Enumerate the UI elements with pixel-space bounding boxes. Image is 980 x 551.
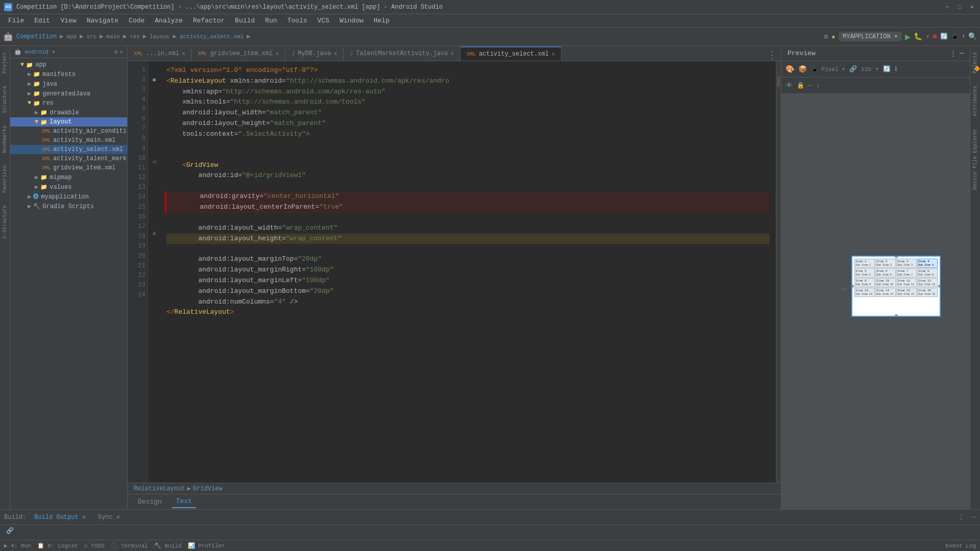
bookmarks-label[interactable]: Bookmarks xyxy=(0,123,10,155)
menu-navigate[interactable]: Navigate xyxy=(83,16,122,26)
sidebar-close[interactable]: ✕ xyxy=(119,48,123,55)
tree-item-res[interactable]: ▼ 📁 res xyxy=(10,98,127,108)
palette-icon[interactable]: 🎨 xyxy=(786,65,794,73)
tab-design[interactable]: Design xyxy=(134,496,166,508)
info-icon[interactable]: ℹ xyxy=(895,65,897,73)
tree-item-activity-main[interactable]: XML activity_main.xml xyxy=(10,136,127,145)
tab-sync[interactable]: Sync ✕ xyxy=(94,512,124,522)
menu-help[interactable]: Help xyxy=(370,16,394,26)
menu-build[interactable]: Build xyxy=(231,16,259,26)
tab-text[interactable]: Text xyxy=(172,495,196,508)
zoom-in[interactable]: + xyxy=(875,66,879,73)
project-label[interactable]: Project xyxy=(0,50,10,76)
android-dropdown[interactable]: 🤖 Android ▾ xyxy=(14,48,55,55)
tree-item-activity-air[interactable]: XML activity_air_conditioner.x... xyxy=(10,127,127,136)
tree-item-activity-select[interactable]: XML activity_select.xml xyxy=(10,145,127,154)
close-tab-main[interactable]: ✕ xyxy=(182,51,185,57)
preview-view-toolbar: 👁 🔒 ↔ ↕ xyxy=(781,78,970,94)
tab-activity-select[interactable]: XML activity_select.xml ✕ xyxy=(460,46,561,61)
tab-gridview-item[interactable]: XML gridview_item.xml ✕ xyxy=(192,46,285,61)
close-tab-select[interactable]: ✕ xyxy=(552,51,555,57)
fold-icon-10[interactable]: ◁ xyxy=(153,158,156,167)
preview-width-icon[interactable]: ↔ xyxy=(808,82,812,89)
preview-restrict-icon[interactable]: 🔒 xyxy=(797,82,804,89)
menu-vcs[interactable]: VCS xyxy=(313,16,333,26)
search-button[interactable]: 🔍 xyxy=(968,32,977,41)
scroll-indicator[interactable] xyxy=(776,61,781,483)
menu-run[interactable]: Run xyxy=(261,16,281,26)
preview-menu[interactable]: ⋮ xyxy=(950,49,957,58)
menu-window[interactable]: Window xyxy=(335,16,368,26)
run-config[interactable]: MYAPPLICATION ▾ xyxy=(839,32,902,41)
tree-item-app[interactable]: ▼ 📁 app xyxy=(10,60,127,69)
tree-item-myapplication[interactable]: ▶ 🅐 myapplication xyxy=(10,192,127,202)
structure-label[interactable]: Structure xyxy=(0,84,10,115)
build-panel-minimize[interactable]: ─ xyxy=(972,514,976,521)
toolbar-android-icon: 🤖 xyxy=(3,32,13,42)
menu-code[interactable]: Code xyxy=(125,16,149,26)
toolbar-project-name[interactable]: Competition xyxy=(16,33,57,40)
tab-mydb[interactable]: J MyDB.java ✕ xyxy=(285,46,344,61)
toolbar-icon-1[interactable]: ⚙ xyxy=(824,32,828,41)
preview-eye-icon[interactable]: 👁 xyxy=(786,82,793,90)
preview-minimize[interactable]: ─ xyxy=(960,49,964,58)
status-profiler[interactable]: 📊 Profiler xyxy=(188,542,225,549)
device-label[interactable]: Device File Explorer xyxy=(970,127,980,192)
run-button[interactable]: ▶ xyxy=(905,31,911,42)
favorites-label[interactable]: Favorites xyxy=(0,163,10,195)
tree-item-gridview-item[interactable]: XML gridview_item.xml xyxy=(10,163,127,172)
status-build[interactable]: 🔨 Build xyxy=(154,542,182,549)
menu-file[interactable]: File xyxy=(4,16,28,26)
menu-view[interactable]: View xyxy=(56,16,80,26)
tab-overflow[interactable]: ⋮ xyxy=(764,49,781,61)
tree-item-activity-talent[interactable]: XML activity_talent_market.x... xyxy=(10,154,127,163)
minimize-button[interactable]: ─ xyxy=(943,3,951,11)
status-event-log[interactable]: Event Log xyxy=(946,543,976,549)
debug-button[interactable]: 🐛 xyxy=(914,32,922,41)
toolbar-icon-2[interactable]: ★ xyxy=(831,32,836,41)
close-tab-gridview[interactable]: ✕ xyxy=(276,51,279,57)
tree-item-values[interactable]: ▶ 📁 values xyxy=(10,182,127,192)
close-button[interactable]: ✕ xyxy=(968,3,976,11)
sync-button[interactable]: 🔄 xyxy=(940,33,948,40)
sidebar: 🤖 Android ▾ ⚙ ✕ ▼ 📁 app ▶ 📁 manifests ▶ … xyxy=(10,46,128,509)
profile-button[interactable]: ⚡ xyxy=(925,32,929,41)
component-icon[interactable]: 📦 xyxy=(798,65,807,73)
refresh-icon[interactable]: 🔄 xyxy=(883,65,891,73)
close-tab-talent[interactable]: ✕ xyxy=(451,51,454,57)
sdk-button[interactable]: ⬇ xyxy=(962,33,965,40)
palette-label[interactable]: Palette xyxy=(970,50,980,76)
menu-tools[interactable]: Tools xyxy=(283,16,311,26)
tree-item-mipmap[interactable]: ▶ 📁 mipmap xyxy=(10,172,127,182)
tree-item-java[interactable]: ▶ 📁 java xyxy=(10,79,127,89)
tree-item-gradle[interactable]: ▶ 🔨 Gradle Scripts xyxy=(10,202,127,211)
menu-refactor[interactable]: Refactor xyxy=(189,16,229,26)
stop-button[interactable]: ■ xyxy=(933,33,937,41)
maximize-button[interactable]: □ xyxy=(955,3,964,11)
preview-height-icon[interactable]: ↕ xyxy=(816,82,820,89)
tab-main-xml[interactable]: XML ...in.xml ✕ xyxy=(128,46,192,61)
status-logcat[interactable]: 📋 6: Logcat xyxy=(37,542,78,549)
tab-talent[interactable]: J TalentMarketActivity.java ✕ xyxy=(344,46,460,61)
status-todo[interactable]: ☑ TODO xyxy=(84,542,105,549)
tab-build-output[interactable]: Build Output ✕ xyxy=(30,512,90,522)
menu-edit[interactable]: Edit xyxy=(30,16,54,26)
device-dropdown[interactable]: 📱 Pixel ▾ xyxy=(811,66,845,72)
tree-item-manifests[interactable]: ▶ 📁 manifests xyxy=(10,69,127,79)
status-terminal[interactable]: ⬛ Terminal xyxy=(111,542,148,549)
tree-item-layout[interactable]: ▼ 📁 layout xyxy=(10,117,127,127)
attributes-label[interactable]: Attributes xyxy=(970,84,980,118)
tree-item-generated-java[interactable]: ▶ 📁 generatedJava xyxy=(10,89,127,98)
close-tab-mydb[interactable]: ✕ xyxy=(334,51,337,57)
breadcrumb-grid-view[interactable]: GridView xyxy=(193,485,223,492)
tree-item-drawable[interactable]: ▶ 📁 drawable xyxy=(10,108,127,117)
z-structure-label[interactable]: Z-Structure xyxy=(0,203,10,241)
build-panel-close[interactable]: ⋮ xyxy=(958,513,964,521)
status-run[interactable]: ▶ 4: Run xyxy=(4,542,31,549)
link-icon[interactable]: 🔗 xyxy=(849,65,857,73)
code-editor[interactable]: <?xml version="1.0" encoding="utf-8"?>🔶 … xyxy=(160,61,776,483)
sidebar-settings[interactable]: ⚙ xyxy=(114,48,118,55)
breadcrumb-relative-layout[interactable]: RelativeLayout xyxy=(134,485,185,492)
menu-analyze[interactable]: Analyze xyxy=(151,16,187,26)
avd-button[interactable]: 📱 xyxy=(951,33,959,40)
